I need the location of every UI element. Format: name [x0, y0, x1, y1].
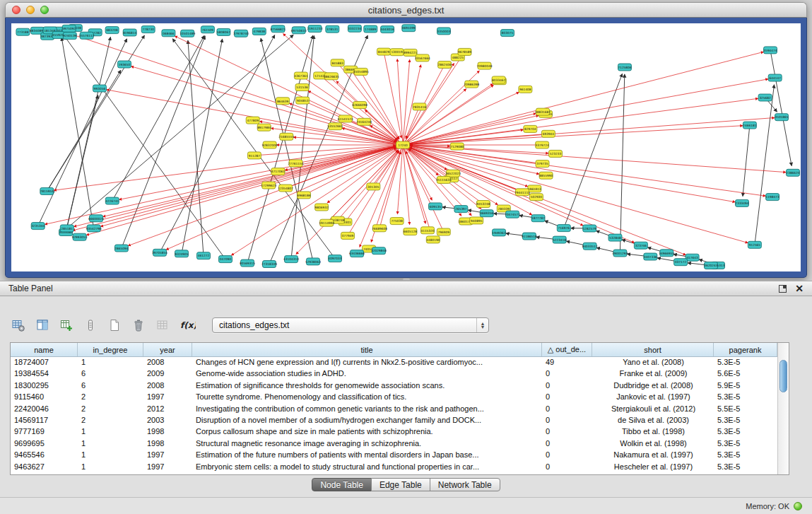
graph-node[interactable]: 80569315 [240, 259, 255, 267]
graph-node[interactable]: 693944 [541, 130, 555, 137]
graph-node[interactable]: 19114994 [319, 219, 334, 226]
graph-node[interactable]: 84033517 [582, 243, 598, 250]
graph-node[interactable]: 864639 [276, 98, 290, 105]
graph-node[interactable]: 8196814 [123, 29, 136, 36]
graph-node[interactable]: 79441115 [514, 189, 530, 196]
cell-in_degree[interactable]: 1 [78, 462, 143, 473]
cell-title[interactable]: Corpus callosum shape and size in male p… [192, 426, 542, 438]
graph-node[interactable]: 8033467 [492, 76, 505, 83]
graph-node[interactable]: 7815953 [40, 187, 54, 194]
graph-node[interactable]: 961408 [519, 86, 532, 93]
graph-edge[interactable] [755, 85, 775, 245]
graph-edge[interactable] [406, 65, 445, 139]
graph-node[interactable]: 461272 [197, 252, 211, 259]
graph-node[interactable]: 9678589 [458, 48, 471, 55]
graph-node[interactable]: 91186518 [522, 233, 537, 240]
graph-node[interactable]: 3379724 [536, 141, 549, 148]
graph-edge[interactable] [403, 59, 410, 145]
cell-in_degree[interactable]: 1 [78, 357, 143, 368]
cell-name[interactable]: 9777169 [11, 426, 78, 438]
graph-node[interactable]: 130019 [390, 49, 404, 56]
graph-node[interactable]: 4097033 [328, 255, 341, 262]
cell-title[interactable]: Estimation of significance thresholds fo… [192, 380, 542, 392]
cell-in_degree[interactable]: 6 [78, 380, 143, 392]
graph-node[interactable]: 7125806 [618, 64, 631, 71]
graph-node[interactable]: 17299623 [261, 182, 276, 189]
cell-in_degree[interactable]: 1 [78, 450, 143, 461]
cell-short[interactable]: Tibbo et al. (1998) [592, 426, 714, 438]
cell-name[interactable]: 14569117 [11, 415, 78, 426]
cell-year[interactable]: 2003 [143, 415, 192, 426]
graph-node[interactable]: 523233 [549, 150, 563, 157]
cell-out_degree[interactable]: 0 [542, 462, 592, 473]
column-header-in_degree[interactable]: in_degree [78, 343, 143, 356]
graph-node[interactable]: 62666098 [352, 102, 367, 109]
graph-node[interactable]: 3594474 [763, 47, 777, 54]
cell-short[interactable]: Dudbridge et al. (2008) [592, 380, 714, 392]
graph-node[interactable]: 70986398 [464, 81, 479, 88]
new-table-button[interactable] [106, 317, 123, 334]
graph-node[interactable]: 08626635 [324, 73, 339, 80]
cell-in_degree[interactable]: 6 [78, 368, 143, 380]
cell-pagerank[interactable]: 5.5E-5 [714, 404, 777, 415]
graph-node[interactable]: 43104310 [283, 256, 299, 263]
graph-node[interactable]: 2333494 [735, 199, 748, 206]
graph-node[interactable]: 05576117 [79, 32, 95, 39]
cell-out_degree[interactable]: 0 [542, 415, 592, 426]
graph-node[interactable]: 2865094 [114, 245, 128, 252]
cell-pagerank[interactable]: 5.3E-5 [714, 357, 777, 368]
graph-node[interactable]: 6968186 [297, 192, 310, 199]
graph-node[interactable]: 845883 [331, 59, 344, 66]
graph-edge[interactable] [327, 145, 403, 203]
graph-edge[interactable] [403, 118, 775, 146]
graph-node[interactable]: 911287 [247, 152, 261, 159]
graph-edge[interactable] [301, 76, 397, 141]
graph-edge[interactable] [67, 33, 403, 145]
graph-edge[interactable] [261, 38, 313, 262]
function-builder-button[interactable]: f(x) [178, 317, 196, 334]
graph-node[interactable]: 1198473 [766, 194, 779, 201]
cell-name[interactable]: 9699695 [11, 438, 78, 450]
cell-name[interactable]: 18300295 [11, 380, 78, 392]
graph-node[interactable]: 174889 [364, 25, 377, 33]
graph-edge[interactable] [73, 145, 403, 230]
graph-node[interactable]: 1949362 [492, 229, 505, 236]
cell-pagerank[interactable]: 5.9E-5 [714, 380, 777, 392]
graph-node[interactable]: 48831687 [535, 108, 551, 115]
graph-node[interactable]: 716976 [557, 225, 570, 232]
graph-edge[interactable] [112, 36, 204, 201]
cell-name[interactable]: 19384554 [11, 368, 78, 380]
graph-node[interactable]: 4367361 [294, 72, 307, 79]
cell-short[interactable]: Franke et al. (2009) [592, 368, 714, 380]
graph-node[interactable]: 8994221 [404, 49, 417, 56]
graph-edge[interactable] [128, 145, 403, 246]
graph-node[interactable]: 39705854 [152, 249, 167, 256]
graph-edge[interactable] [403, 79, 768, 145]
graph-node[interactable]: 844829 [377, 48, 391, 55]
cell-short[interactable]: de Silva et al. (2003) [592, 415, 714, 426]
table-row[interactable]: 1872400712008Changes of HCN gene express… [11, 357, 777, 368]
graph-node[interactable]: 9806932 [315, 204, 329, 211]
graph-node[interactable]: 940895 [470, 217, 483, 224]
graph-edge[interactable] [47, 71, 121, 192]
cell-short[interactable]: Jankovic et al. (1997) [592, 392, 714, 403]
graph-edge[interactable] [338, 63, 399, 139]
import-table-button[interactable] [154, 317, 171, 334]
table-row[interactable]: 2242004622012Investigating the contribut… [11, 404, 777, 415]
graph-node[interactable]: 8917984 [257, 124, 271, 131]
cell-year[interactable]: 2012 [143, 404, 192, 415]
cell-name[interactable]: 9115460 [11, 392, 78, 403]
column-header-year[interactable]: year [143, 343, 192, 356]
table-selector[interactable]: citations_edges.txt ▲▼ [212, 317, 489, 333]
cell-short[interactable]: Wolkin et al. (1998) [592, 438, 714, 450]
cell-pagerank[interactable]: 5.3E-5 [714, 462, 777, 473]
graph-node[interactable]: 12354807 [278, 185, 293, 192]
graph-node[interactable]: 4669356 [480, 210, 493, 217]
graph-node[interactable]: 379735 [536, 160, 549, 168]
graph-node[interactable]: 1282579 [583, 225, 596, 232]
graph-node[interactable]: 778730 [141, 26, 155, 33]
graph-node[interactable]: 76689608 [372, 225, 387, 232]
cell-title[interactable]: Estimation of the future numbers of pati… [192, 450, 542, 461]
graph-node[interactable]: 93542796 [86, 225, 102, 232]
cell-short[interactable]: Yano et al. (2008) [592, 357, 714, 368]
